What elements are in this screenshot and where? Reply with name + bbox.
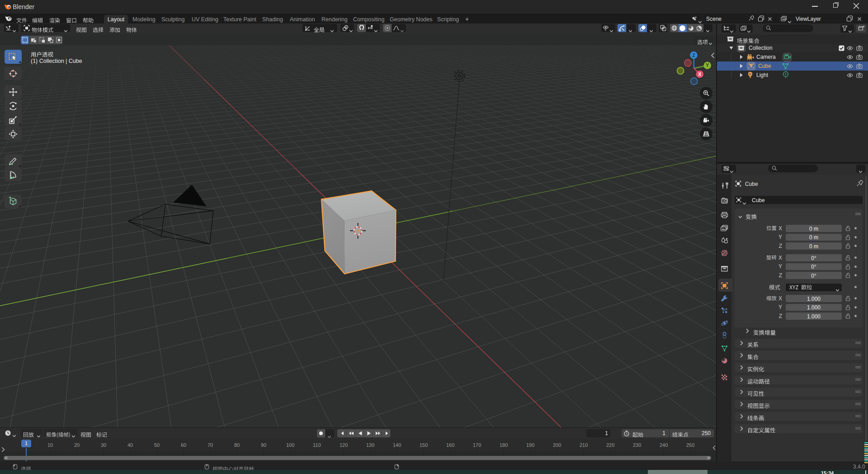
svg-text:Z: Z	[692, 53, 695, 58]
svg-text:Y: Y	[706, 63, 709, 68]
svg-text:X: X	[698, 72, 701, 77]
